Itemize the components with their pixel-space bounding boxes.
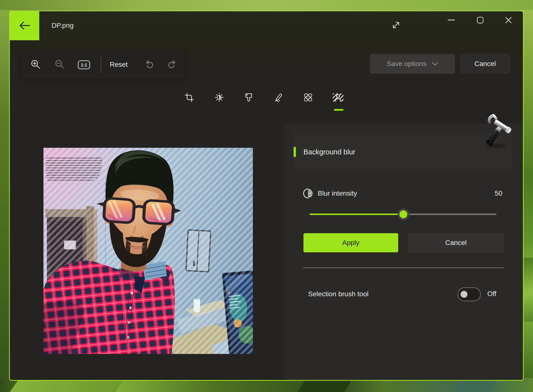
svg-text:1:1: 1:1 <box>81 63 87 68</box>
